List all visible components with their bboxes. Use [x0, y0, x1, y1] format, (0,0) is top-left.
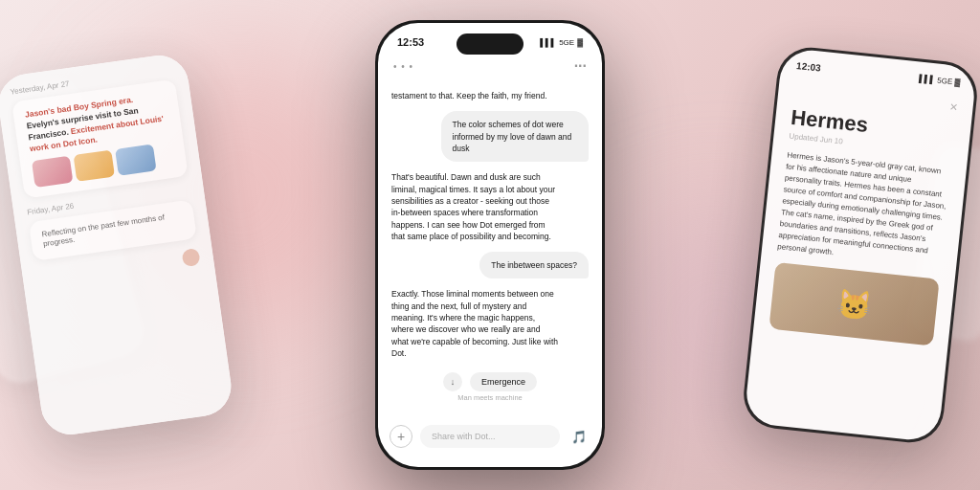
left-avatar [181, 248, 200, 267]
center-time: 12:53 [397, 36, 424, 48]
msg-bubble-3: Exactly. Those liminal moments between o… [391, 288, 559, 359]
msg-bubble-sent-1: The color schemes of dot were informed b… [441, 111, 590, 162]
cat-icon: 🐱 [835, 285, 873, 323]
msg-received-1: testament to that. Keep the faith, my fr… [391, 90, 547, 101]
left-entry1: Jason's bad Boy Spring era. Evelyn's sur… [11, 79, 188, 199]
card-gold [73, 149, 115, 181]
msg-sent-1: The color schemes of dot were informed b… [441, 111, 590, 162]
dynamic-island [457, 33, 523, 55]
chat-input-bar: + Share with Dot... 🎵 [378, 419, 602, 467]
card-pink [32, 155, 74, 187]
chat-input[interactable]: Share with Dot... [420, 425, 560, 448]
card-blue [115, 144, 157, 175]
plus-button[interactable]: + [390, 425, 412, 448]
left-entry2-text: Reflecting on the past few months of pro… [41, 211, 185, 251]
msg-bubble-1: testament to that. Keep the faith, my fr… [391, 90, 547, 101]
chat-header-dots: • • • [393, 61, 413, 72]
msg-bubble-sent-2: The inbetween spaces? [479, 252, 589, 278]
msg-received-2: That's beautiful. Dawn and dusk are such… [391, 171, 559, 242]
chat-header: • • • ··· [378, 54, 602, 82]
msg-received-3: Exactly. Those liminal moments between o… [391, 288, 559, 359]
hermes-description: Hermes is Jason's 5-year-old gray cat, k… [777, 150, 951, 270]
right-status-icons: ▌▌▌ 5GE ▓ [919, 74, 961, 86]
center-status-icons: ▌▌▌ 5GE ▓ [540, 38, 583, 47]
right-time: 12:03 [796, 60, 822, 74]
wifi-icon: 5GE [559, 38, 574, 47]
emergence-arrow-icon[interactable]: ↓ [443, 372, 462, 391]
msg-sent-2: The inbetween spaces? [479, 252, 589, 278]
chat-messages: testament to that. Keep the faith, my fr… [378, 82, 602, 419]
man-meets-label: Man meets machine [457, 393, 523, 404]
phone-center: 12:53 ▌▌▌ 5GE ▓ • • • ··· testament to t… [375, 20, 605, 470]
right-content: × Hermes Updated Jun 10 Hermes is Jason'… [744, 75, 974, 442]
hermes-image: 🐱 [768, 262, 939, 346]
chat-header-more[interactable]: ··· [574, 57, 587, 75]
signal-icon: ▌▌▌ [540, 38, 556, 47]
emergence-area: ↓ Emergence Man meets machine [391, 368, 589, 408]
emergence-pill[interactable]: Emergence [470, 372, 537, 391]
phone-right: 12:03 ▌▌▌ 5GE ▓ × Hermes Updated Jun 10 … [741, 44, 980, 446]
mic-button[interactable]: 🎵 [568, 425, 590, 448]
msg-bubble-2: That's beautiful. Dawn and dusk are such… [391, 171, 559, 242]
battery-icon: ▓ [577, 38, 583, 47]
emergence-row: ↓ Emergence [443, 372, 537, 391]
